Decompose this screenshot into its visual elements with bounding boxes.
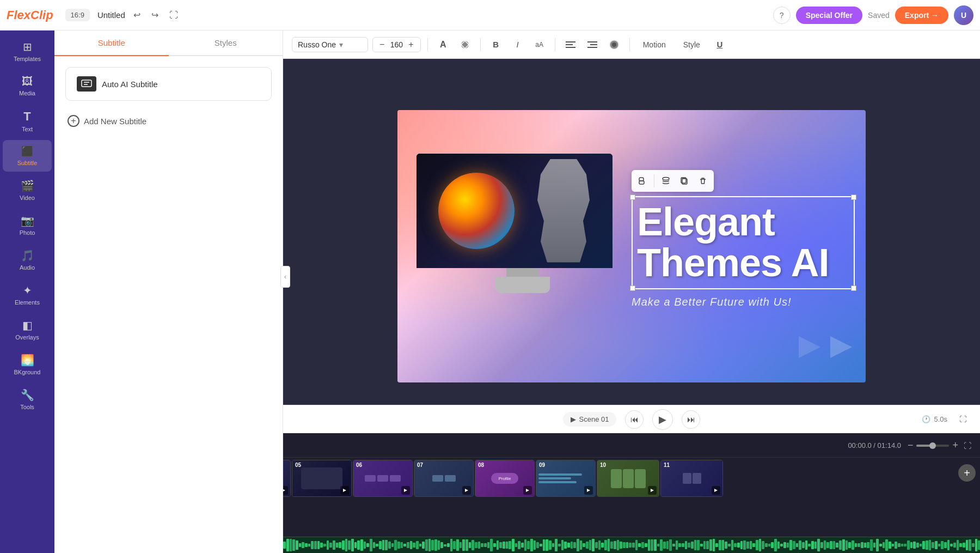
plus-icon: +: [68, 115, 79, 127]
sel-copy-button[interactable]: [676, 172, 693, 190]
scene-thumb-10[interactable]: 10: [597, 460, 659, 497]
photo-icon: 📷: [21, 214, 34, 227]
canvas-title: Elegant Themes AI: [637, 202, 849, 284]
scene-thumb-09[interactable]: 09: [536, 460, 596, 497]
audio-icon: 🎵: [21, 249, 34, 262]
decrease-font-size-button[interactable]: −: [377, 40, 387, 50]
play-arrows: [796, 333, 855, 361]
sidebar-item-label: Elements: [15, 299, 40, 306]
tab-styles[interactable]: Styles: [169, 31, 283, 56]
scene-thumb-05[interactable]: 05: [292, 460, 352, 497]
scene-number-11: 11: [664, 462, 670, 468]
tl-time-display: 00:00.0 / 01:14.0: [848, 441, 901, 449]
play-pause-button[interactable]: ▶: [652, 409, 673, 430]
handle-bottom-left[interactable]: [630, 285, 635, 291]
canvas-area: Elegant Themes AI Make a Better Future w…: [283, 59, 980, 433]
fullscreen-button[interactable]: ⛶: [167, 8, 181, 23]
sidebar-item-photo[interactable]: 📷 Photo: [3, 209, 52, 241]
sidebar-item-label: Media: [19, 90, 35, 96]
canvas-subtitle[interactable]: Make a Better Future with Us!: [632, 296, 855, 308]
sidebar-item-label: Photo: [20, 229, 35, 236]
orb-visual: [438, 173, 514, 249]
divider-4: [629, 38, 630, 51]
sidebar-item-media[interactable]: 🖼 Media: [3, 70, 52, 102]
skip-back-button[interactable]: ⏮: [625, 410, 644, 429]
text-case-button[interactable]: aA: [531, 36, 548, 53]
increase-font-size-button[interactable]: +: [406, 40, 415, 50]
handle-top-left[interactable]: [630, 195, 635, 200]
sidebar-item-label: Text: [22, 126, 33, 132]
color-swatch-button[interactable]: [605, 36, 623, 53]
handle-top-right[interactable]: [851, 195, 856, 200]
underline-button[interactable]: U: [711, 36, 728, 53]
help-button[interactable]: ?: [773, 7, 791, 24]
collapse-panel-button[interactable]: ‹: [280, 266, 290, 288]
sidebar-item-overlays[interactable]: ◧ Overlays: [3, 313, 52, 346]
zoom-out-button[interactable]: −: [908, 440, 914, 451]
special-offer-button[interactable]: Special Offer: [796, 7, 862, 24]
sel-delete-button[interactable]: [694, 172, 712, 190]
expand-button[interactable]: ⛶: [954, 411, 971, 428]
handle-bottom-right[interactable]: [851, 285, 856, 291]
bold-button[interactable]: B: [487, 36, 505, 53]
saved-status: Saved: [868, 11, 890, 20]
project-name[interactable]: Untitled: [97, 10, 125, 20]
align-left-button[interactable]: [562, 36, 579, 53]
playback-bar: ▶ Scene 01 ⏮ ▶ ⏭ 🕐 5.0s ⛶: [283, 405, 980, 433]
canvas[interactable]: Elegant Themes AI Make a Better Future w…: [397, 110, 866, 382]
sel-bold-button[interactable]: [634, 172, 651, 190]
scene-thumb-08[interactable]: 08Profile: [475, 460, 535, 497]
chevron-down-icon: ▾: [339, 40, 343, 49]
sidebar-item-label: Video: [20, 195, 35, 201]
font-selector[interactable]: Russo One ▾: [292, 37, 368, 52]
italic-button[interactable]: I: [509, 36, 526, 53]
text-color-button[interactable]: A: [434, 36, 452, 53]
play-icon: ▶: [571, 415, 576, 423]
robot-silhouette: [531, 159, 596, 263]
svg-marker-27: [587, 489, 590, 492]
subtitle-content: Auto AI Subtitle + Add New Subtitle: [54, 56, 283, 143]
sidebar-item-subtitle[interactable]: ⬛ Subtitle: [3, 140, 52, 172]
play-arrow-right: [828, 333, 855, 361]
add-subtitle-label: Add New Subtitle: [84, 117, 146, 126]
tl-zoom-control: − + ⛶: [908, 440, 971, 451]
scene-thumb-06[interactable]: 06: [353, 460, 413, 497]
sidebar-item-elements[interactable]: ✦ Elements: [3, 278, 52, 311]
sidebar-item-text[interactable]: T Text: [3, 104, 52, 138]
font-size-control: − 160 +: [372, 37, 421, 52]
scene-thumb-11[interactable]: 11: [660, 460, 723, 497]
aspect-ratio-badge[interactable]: 16:9: [65, 9, 90, 21]
text-overlay[interactable]: Elegant Themes AI Make a Better Future w…: [632, 170, 855, 308]
divider-3: [555, 38, 555, 51]
motion-button[interactable]: Motion: [636, 38, 672, 52]
selected-text-box[interactable]: Elegant Themes AI: [632, 196, 855, 289]
undo-button[interactable]: ↩: [131, 7, 143, 23]
title-line1: Elegant: [637, 202, 849, 243]
align-right-button[interactable]: [584, 36, 601, 53]
svg-marker-28: [651, 489, 654, 492]
zoom-in-button[interactable]: +: [952, 440, 958, 451]
sidebar-item-bkground[interactable]: 🌅 BKground: [3, 348, 52, 381]
add-subtitle-button[interactable]: + Add New Subtitle: [65, 110, 272, 132]
redo-button[interactable]: ↪: [149, 7, 161, 23]
sidebar-item-templates[interactable]: ⊞ Templates: [3, 35, 52, 68]
scene-thumb-07[interactable]: 07: [414, 460, 474, 497]
export-button[interactable]: Export →: [895, 7, 948, 24]
sel-layers-button[interactable]: [657, 172, 675, 190]
fill-color-button[interactable]: [456, 36, 474, 53]
sidebar-item-tools[interactable]: 🔧 Tools: [3, 383, 52, 416]
sidebar-item-audio[interactable]: 🎵 Audio: [3, 244, 52, 276]
topbar: FlexClip 16:9 Untitled ↩ ↪ ⛶ ? Special O…: [0, 0, 980, 31]
scene-label: ▶ Scene 01: [563, 412, 617, 427]
auto-ai-subtitle-button[interactable]: Auto AI Subtitle: [65, 67, 272, 101]
svg-rect-12: [639, 178, 644, 181]
duration-value: 5.0s: [934, 415, 947, 423]
sidebar-item-video[interactable]: 🎬 Video: [3, 174, 52, 206]
monitor-base: [506, 268, 539, 277]
add-scene-button[interactable]: +: [958, 464, 976, 482]
tab-subtitle[interactable]: Subtitle: [54, 31, 169, 56]
style-button[interactable]: Style: [677, 38, 707, 52]
fullscreen-timeline-button[interactable]: ⛶: [964, 441, 971, 450]
skip-forward-button[interactable]: ⏭: [682, 410, 700, 429]
avatar[interactable]: U: [954, 5, 973, 25]
